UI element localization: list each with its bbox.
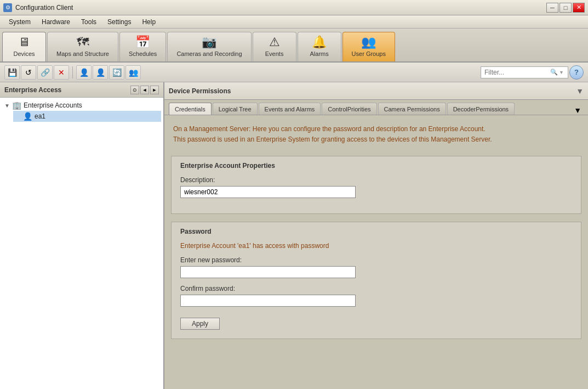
confirm-password-label: Confirm password: [180, 285, 572, 292]
device-permissions-bar: Device Permissions ▼ [164, 82, 588, 100]
menu-item-hardware[interactable]: Hardware [37, 17, 75, 27]
left-panel: Enterprise Access ⊙ ◄ ► ▼ 🏢 Enterprise A… [0, 82, 164, 389]
right-panel: Device Permissions ▼ CredentialsLogical … [164, 82, 588, 389]
ea1-icon: 👤 [23, 112, 32, 121]
description-label: Description: [180, 176, 572, 184]
device-permissions-expand[interactable]: ▼ [576, 87, 584, 95]
add-user-button[interactable]: 👤 [76, 65, 92, 80]
ea1-label: ea1 [35, 112, 45, 120]
maps-nav-label: Maps and Structure [56, 50, 109, 58]
cameras-nav-label: Cameras and Recording [176, 50, 242, 58]
alarms-nav-icon: 🔔 [312, 36, 327, 48]
subtab-control_priorities[interactable]: ControlPriorities [322, 103, 376, 115]
menu-item-settings[interactable]: Settings [103, 17, 135, 27]
toolbar-separator [72, 66, 73, 78]
new-password-row: Enter new password: [180, 256, 572, 278]
confirm-password-row: Confirm password: [180, 285, 572, 307]
menu-item-tools[interactable]: Tools [77, 17, 101, 27]
menu-bar: SystemHardwareToolsSettingsHelp [0, 15, 588, 29]
panel-controls: ⊙ ◄ ► [130, 86, 159, 94]
description-input[interactable] [180, 186, 356, 198]
tree-area: ▼ 🏢 Enterprise Accounts 👤 ea1 [0, 98, 163, 389]
enterprise-accounts-label: Enterprise Accounts [24, 102, 82, 109]
app-icon: ⚙ [3, 3, 12, 12]
nav-tab-usergroups[interactable]: 👥User Groups [342, 32, 395, 61]
app-title: Configuration Client [15, 4, 73, 12]
nav-tab-devices[interactable]: 🖥Devices [2, 32, 46, 61]
main-area: Enterprise Access ⊙ ◄ ► ▼ 🏢 Enterprise A… [0, 82, 588, 389]
info-line1: On a Management Server: Here you can con… [173, 124, 579, 134]
subtab-events_alarms[interactable]: Events and Alarms [259, 103, 321, 115]
close-button[interactable]: ✕ [573, 3, 585, 13]
confirm-password-input[interactable] [180, 295, 356, 307]
password-title: Password [180, 228, 572, 235]
panel-pin-button[interactable]: ⊙ [130, 86, 139, 94]
filter-box: 🔍 ▼ [481, 66, 568, 78]
sub-tabs: CredentialsLogical TreeEvents and Alarms… [164, 100, 588, 115]
enterprise-accounts-icon: 🏢 [12, 101, 21, 110]
password-info: Enterprise Account 'ea1' has access with… [180, 242, 572, 250]
remove-user-button[interactable]: 👤 [93, 65, 108, 80]
devices-nav-label: Devices [13, 50, 35, 58]
tree-toggle[interactable]: ▼ [4, 103, 10, 109]
password-group: Password Enterprise Account 'ea1' has ac… [171, 222, 581, 339]
subtab-logical_tree[interactable]: Logical Tree [213, 103, 258, 115]
titlebar-controls: ─ □ ✕ [546, 3, 585, 13]
info-text: On a Management Server: Here you can con… [171, 122, 581, 147]
tree-ea1-item[interactable]: 👤 ea1 [13, 111, 161, 122]
usergroups-nav-label: User Groups [352, 50, 386, 58]
info-line2: This password is used in an Enterprise S… [173, 134, 579, 145]
search-icon: 🔍 [550, 69, 558, 76]
enterprise-props-group: Enterprise Account Properties Descriptio… [171, 156, 581, 214]
subtab-credentials[interactable]: Credentials [169, 103, 212, 115]
tree-root-item[interactable]: ▼ 🏢 Enterprise Accounts [2, 100, 161, 111]
tree-child-area: 👤 ea1 [13, 111, 161, 122]
alarms-nav-label: Alarms [310, 50, 328, 58]
left-panel-header: Enterprise Access ⊙ ◄ ► [0, 82, 163, 98]
menu-item-system[interactable]: System [4, 17, 35, 27]
devices-nav-icon: 🖥 [18, 36, 30, 48]
subtabs-more-button[interactable]: ▼ [572, 106, 584, 115]
nav-tab-events[interactable]: ⚠Events [253, 32, 296, 61]
cameras-nav-icon: 📷 [202, 36, 216, 48]
apply-button[interactable]: Apply [180, 318, 220, 330]
new-password-input[interactable] [180, 266, 356, 278]
usergroups-nav-icon: 👥 [361, 36, 376, 48]
link-button[interactable]: 🔗 [37, 65, 53, 80]
left-panel-title: Enterprise Access [4, 86, 61, 94]
panel-prev-button[interactable]: ◄ [140, 86, 149, 94]
tree-child-toggle [15, 114, 21, 120]
save-button[interactable]: 💾 [4, 65, 20, 80]
schedules-nav-icon: 📅 [135, 36, 150, 48]
enterprise-props-title: Enterprise Account Properties [180, 162, 572, 170]
undo-button[interactable]: ↺ [21, 65, 36, 80]
events-nav-label: Events [265, 50, 284, 58]
nav-tab-alarms[interactable]: 🔔Alarms [298, 32, 341, 61]
nav-tab-cameras[interactable]: 📷Cameras and Recording [167, 32, 251, 61]
refresh-button[interactable]: 🔄 [109, 65, 124, 80]
filter-dropdown-icon[interactable]: ▼ [559, 70, 564, 75]
toolbar: 💾 ↺ 🔗 ✕ 👤 👤 🔄 👥 🔍 ▼ ? [0, 63, 588, 82]
panel-next-button[interactable]: ► [150, 86, 159, 94]
maximize-button[interactable]: □ [560, 3, 572, 13]
menu-item-help[interactable]: Help [138, 17, 160, 27]
group-button[interactable]: 👥 [125, 65, 141, 80]
nav-tab-schedules[interactable]: 📅Schedules [119, 32, 166, 61]
delete-button[interactable]: ✕ [54, 65, 69, 80]
titlebar-left: ⚙ Configuration Client [3, 3, 73, 12]
schedules-nav-label: Schedules [129, 50, 157, 58]
title-bar: ⚙ Configuration Client ─ □ ✕ [0, 0, 588, 15]
device-permissions-title: Device Permissions [169, 87, 231, 95]
events-nav-icon: ⚠ [269, 36, 280, 48]
nav-tab-maps[interactable]: 🗺Maps and Structure [47, 32, 118, 61]
filter-input[interactable] [484, 69, 550, 76]
help-button[interactable]: ? [569, 65, 584, 80]
content-area: On a Management Server: Here you can con… [164, 115, 588, 389]
description-row: Description: [180, 176, 572, 198]
nav-tabs: 🖥Devices🗺Maps and Structure📅Schedules📷Ca… [0, 29, 588, 63]
new-password-label: Enter new password: [180, 256, 572, 264]
subtab-decoder_permissions[interactable]: DecoderPermissions [447, 103, 515, 115]
subtab-camera_permissions[interactable]: Camera Permissions [378, 103, 446, 115]
minimize-button[interactable]: ─ [546, 3, 558, 13]
maps-nav-icon: 🗺 [77, 36, 89, 48]
